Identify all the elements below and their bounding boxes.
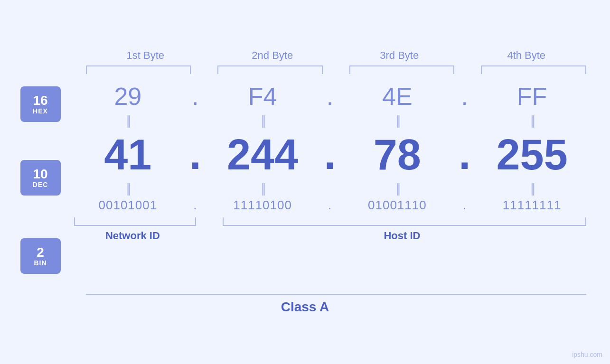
- bin-cell-3: 01001110: [339, 198, 455, 213]
- bin-badge: 2 BIN: [20, 238, 61, 274]
- dec-cell-2: 244: [205, 133, 320, 176]
- hex-dot-1: .: [186, 82, 205, 111]
- bin-dot-1: .: [186, 198, 205, 213]
- top-bracket-4: [481, 65, 586, 74]
- bin-val-1: 00101001: [99, 198, 158, 212]
- dec-val-4: 255: [497, 131, 568, 178]
- bottom-bracket-network: [74, 217, 197, 226]
- bin-val-4: 11111111: [503, 198, 562, 212]
- sep-7: ||: [339, 181, 455, 196]
- byte-header-3: 3rd Byte: [336, 49, 463, 62]
- hex-label: HEX: [33, 107, 48, 115]
- bin-dot-2: .: [320, 198, 339, 213]
- byte-header-4: 4th Byte: [463, 49, 590, 62]
- dec-badge: 10 DEC: [20, 160, 61, 196]
- network-id-label: Network ID: [70, 230, 196, 242]
- class-label-wrapper: Class A: [281, 299, 329, 315]
- hex-dot-2: .: [320, 82, 339, 111]
- values-grid: 29 . F4 . 4E . FF || ||: [70, 82, 590, 242]
- hex-val-1: 29: [114, 83, 141, 110]
- sep-row-1: || || || ||: [70, 111, 590, 130]
- content-area: 16 HEX 10 DEC 2 BIN 29 . F4: [20, 82, 590, 288]
- hex-dot-3: .: [455, 82, 474, 111]
- sep-3: ||: [339, 113, 455, 128]
- watermark: ipshu.com: [572, 351, 602, 358]
- base-labels: 16 HEX 10 DEC 2 BIN: [20, 82, 61, 288]
- sep-row-2: || || || ||: [70, 179, 590, 198]
- dec-cell-4: 255: [474, 133, 590, 176]
- host-id-label: Host ID: [214, 230, 590, 242]
- network-id-text: Network ID: [105, 230, 160, 242]
- bin-label: BIN: [34, 259, 47, 267]
- top-bracket-1: [86, 65, 191, 74]
- sep-1: ||: [70, 113, 186, 128]
- main-container: 1st Byte 2nd Byte 3rd Byte 4th Byte 16 H…: [20, 49, 590, 315]
- sep-4: ||: [474, 113, 590, 128]
- dec-dot-2: .: [320, 130, 339, 179]
- dec-dot-3: .: [455, 130, 474, 179]
- class-bracket-line: [86, 294, 586, 295]
- dec-number: 10: [33, 168, 47, 181]
- hex-cell-2: F4: [205, 82, 320, 111]
- hex-row: 29 . F4 . 4E . FF: [70, 82, 590, 111]
- hex-cell-4: FF: [474, 82, 590, 111]
- dec-val-1: 41: [104, 131, 151, 178]
- bin-val-3: 01001110: [368, 198, 427, 212]
- byte-header-1: 1st Byte: [82, 49, 209, 62]
- dec-cell-3: 78: [339, 133, 455, 176]
- dec-dot-1: .: [186, 130, 205, 179]
- class-label-text: Class A: [281, 299, 329, 314]
- top-bracket-3: [349, 65, 455, 74]
- sep-2: ||: [205, 113, 320, 128]
- dec-cell-1: 41: [70, 133, 186, 176]
- hex-cell-1: 29: [70, 82, 186, 111]
- bin-cell-1: 00101001: [70, 198, 186, 213]
- byte-header-2: 2nd Byte: [209, 49, 336, 62]
- bin-number: 2: [37, 246, 44, 259]
- bin-cell-2: 11110100: [205, 198, 320, 213]
- bin-val-2: 11110100: [233, 198, 292, 212]
- sep-5: ||: [70, 181, 186, 196]
- hex-badge: 16 HEX: [20, 86, 61, 122]
- dec-label: DEC: [33, 181, 48, 188]
- hex-cell-3: 4E: [339, 82, 455, 111]
- host-id-text: Host ID: [384, 230, 420, 242]
- hex-val-3: 4E: [382, 83, 413, 110]
- hex-number: 16: [33, 94, 47, 107]
- sep-8: ||: [474, 181, 590, 196]
- hex-val-4: FF: [517, 83, 547, 110]
- bin-dot-3: .: [455, 198, 474, 213]
- bin-cell-4: 11111111: [474, 198, 590, 213]
- hex-val-2: F4: [248, 83, 277, 110]
- class-section: Class A: [20, 294, 590, 315]
- top-bracket-2: [217, 65, 323, 74]
- sep-6: ||: [205, 181, 320, 196]
- bin-row: 00101001 . 11110100 . 01001110 . 1111111…: [70, 198, 590, 213]
- dec-val-3: 78: [374, 131, 421, 178]
- dec-row: 41 . 244 . 78 . 255: [70, 130, 590, 179]
- dec-val-2: 244: [227, 131, 298, 178]
